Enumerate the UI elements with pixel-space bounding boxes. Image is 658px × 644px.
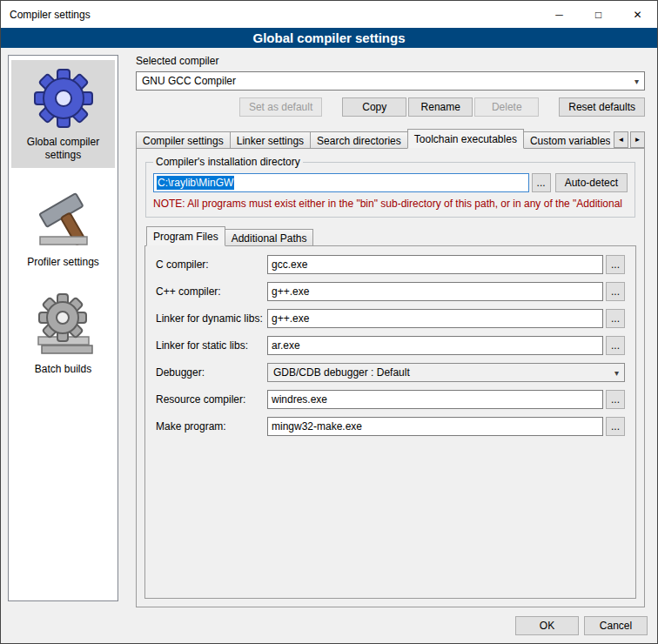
tab-scroll-left-icon[interactable]: ◄: [614, 131, 628, 148]
tab-program-files[interactable]: Program Files: [146, 226, 225, 246]
dynamic-linker-input[interactable]: g++.exe: [267, 309, 603, 328]
auto-detect-button[interactable]: Auto-detect: [555, 173, 628, 192]
tab-additional-paths[interactable]: Additional Paths: [225, 229, 314, 246]
cpp-compiler-row: C++ compiler: g++.exe ...: [156, 282, 625, 301]
ok-button[interactable]: OK: [515, 616, 579, 635]
make-program-input[interactable]: mingw32-make.exe: [267, 417, 603, 436]
make-program-label: Make program:: [156, 420, 267, 433]
installation-directory-row: C:\raylib\MinGW ... Auto-detect: [153, 173, 628, 192]
tab-scroll-right-icon[interactable]: ►: [630, 131, 645, 148]
installation-directory-group: Compiler's installation directory C:\ray…: [145, 156, 635, 218]
static-linker-row: Linker for static libs: ar.exe ...: [156, 336, 625, 355]
maximize-icon: □: [595, 9, 601, 21]
debugger-row: Debugger: GDB/CDB debugger : Default ▾: [156, 363, 625, 382]
static-linker-browse-button[interactable]: ...: [606, 336, 625, 355]
main-content: Selected compiler GNU GCC Compiler ▾ Set…: [127, 55, 652, 607]
c-compiler-browse-button[interactable]: ...: [606, 255, 625, 274]
sidebar-item-global-compiler-settings[interactable]: Global compiler settings: [11, 60, 115, 168]
titlebar: Compiler settings ─ □ ✕: [1, 1, 657, 28]
window-title: Compiler settings: [1, 9, 540, 21]
cpp-compiler-input[interactable]: g++.exe: [267, 282, 603, 301]
tab-search-directories[interactable]: Search directories: [310, 131, 408, 149]
installation-directory-input[interactable]: C:\raylib\MinGW: [153, 173, 529, 192]
tab-custom-variables[interactable]: Custom variables: [523, 131, 618, 149]
static-linker-input[interactable]: ar.exe: [267, 336, 603, 355]
cancel-button[interactable]: Cancel: [584, 616, 648, 635]
sidebar-item-label: Profiler settings: [13, 256, 113, 269]
minimize-button[interactable]: ─: [540, 1, 579, 28]
close-icon: ✕: [633, 9, 641, 21]
set-as-default-button[interactable]: Set as default: [239, 97, 322, 117]
debugger-select[interactable]: GDB/CDB debugger : Default ▾: [267, 363, 625, 382]
make-program-row: Make program: mingw32-make.exe ...: [156, 417, 625, 436]
dialog-body: Global compiler settings Profiler settin…: [1, 48, 657, 643]
dialog-header: Global compiler settings: [1, 28, 657, 48]
bin-subdirectory-note: NOTE: All programs must exist either in …: [153, 198, 628, 210]
dynamic-linker-browse-button[interactable]: ...: [606, 309, 625, 328]
gear-icon: [30, 64, 97, 132]
resource-compiler-input[interactable]: windres.exe: [267, 390, 603, 409]
tab-scroll-buttons: ◄ ►: [610, 131, 645, 148]
sidebar-item-profiler-settings[interactable]: Profiler settings: [11, 180, 115, 275]
cpp-compiler-label: C++ compiler:: [156, 285, 267, 298]
tab-compiler-settings[interactable]: Compiler settings: [136, 131, 231, 149]
batch-builds-gear-icon: [30, 292, 97, 359]
maximize-button[interactable]: □: [579, 1, 618, 28]
tab-linker-settings[interactable]: Linker settings: [230, 131, 311, 149]
dynamic-linker-row: Linker for dynamic libs: g++.exe ...: [156, 309, 625, 328]
debugger-label: Debugger:: [156, 366, 267, 379]
profiler-icon: [30, 184, 97, 252]
installation-directory-browse-button[interactable]: ...: [532, 173, 551, 192]
settings-tabstrip: Compiler settings Linker settings Search…: [136, 129, 645, 149]
dynamic-linker-label: Linker for dynamic libs:: [156, 312, 267, 325]
resource-compiler-row: Resource compiler: windres.exe ...: [156, 390, 625, 409]
chevron-down-icon: ▾: [609, 368, 619, 378]
chevron-down-icon: ▾: [629, 77, 639, 86]
resource-compiler-browse-button[interactable]: ...: [606, 390, 625, 409]
sidebar-item-label: Global compiler settings: [13, 136, 113, 162]
dialog-footer: OK Cancel: [515, 616, 648, 635]
sidebar-item-batch-builds[interactable]: Batch builds: [11, 287, 115, 382]
reset-defaults-button[interactable]: Reset defaults: [559, 97, 645, 117]
compiler-actions: Set as default Copy Rename Delete Reset …: [127, 97, 645, 117]
c-compiler-row: C compiler: gcc.exe ...: [156, 255, 625, 274]
settings-category-list: Global compiler settings Profiler settin…: [8, 55, 118, 601]
selected-compiler-select[interactable]: GNU GCC Compiler ▾: [136, 71, 645, 91]
sidebar-item-label: Batch builds: [13, 363, 113, 376]
make-program-browse-button[interactable]: ...: [606, 417, 625, 436]
c-compiler-label: C compiler:: [156, 258, 267, 271]
tab-toolchain-executables[interactable]: Toolchain executables: [407, 129, 524, 149]
c-compiler-input[interactable]: gcc.exe: [267, 255, 603, 274]
copy-button[interactable]: Copy: [342, 97, 406, 117]
cpp-compiler-browse-button[interactable]: ...: [606, 282, 625, 301]
installation-directory-group-title: Compiler's installation directory: [153, 156, 303, 168]
resource-compiler-label: Resource compiler:: [156, 393, 267, 406]
selected-text: C:\raylib\MinGW: [157, 176, 234, 190]
rename-button[interactable]: Rename: [408, 97, 473, 117]
selected-compiler-label: Selected compiler: [136, 55, 652, 67]
debugger-value: GDB/CDB debugger : Default: [273, 366, 410, 379]
toolchain-executables-panel: Compiler's installation directory C:\ray…: [136, 148, 645, 607]
static-linker-label: Linker for static libs:: [156, 339, 267, 352]
delete-button[interactable]: Delete: [474, 97, 539, 117]
minimize-icon: ─: [555, 9, 563, 21]
close-button[interactable]: ✕: [618, 1, 657, 28]
compiler-settings-window: Compiler settings ─ □ ✕ Global compiler …: [0, 0, 658, 644]
program-files-panel: C compiler: gcc.exe ... C++ compiler: g+…: [144, 245, 636, 599]
selected-compiler-value: GNU GCC Compiler: [142, 75, 236, 87]
program-files-tabstrip: Program Files Additional Paths: [146, 226, 636, 246]
